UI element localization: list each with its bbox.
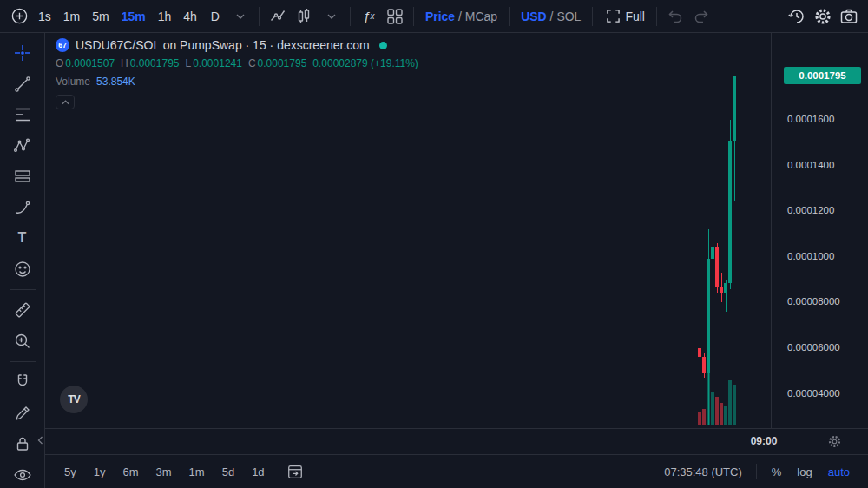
time-tick-label: 09:00 [743,435,785,447]
chart-legend: 67 USDU67C/SOL on PumpSwap · 15 · dexscr… [56,38,418,109]
timezone-clock[interactable]: 07:35:48 (UTC) [659,463,747,481]
price-tick-label: 0.00006000 [787,342,840,353]
range-6m[interactable]: 6m [115,463,145,481]
camera-icon[interactable] [837,4,861,29]
go-to-date-icon[interactable] [284,460,306,483]
fullscreen-button[interactable]: Full [599,4,650,29]
toolbar-divider [10,361,36,362]
line-style-icon[interactable] [266,4,290,29]
price-mcap-toggle[interactable]: Price / MCap [420,4,503,29]
chart-plot[interactable]: 67 USDU67C/SOL on PumpSwap · 15 · dexscr… [45,33,771,428]
sidebar-collapse-handle[interactable] [36,424,44,457]
redo-icon[interactable] [689,4,713,29]
timeframe-1s[interactable]: 1s [33,4,56,29]
brush-icon[interactable] [7,195,38,221]
percent-scale-button[interactable]: % [766,463,788,481]
toolbar-divider [10,289,36,290]
timeframe-1m[interactable]: 1m [58,4,85,29]
open-value: 0.0001507 [65,57,115,69]
fib-lines-icon[interactable] [7,102,38,129]
top-toolbar: 1s 1m 5m 15m 1h 4h D ƒx Price / MCap USD… [0,0,868,33]
xabcd-pattern-icon[interactable] [7,133,38,160]
candle-body [733,76,736,142]
toolbar-divider [656,7,657,26]
price-tick-label: 0.0001600 [787,114,834,124]
zoom-in-icon[interactable] [7,328,38,355]
volume-bar [720,403,723,425]
symbol-title-row[interactable]: 67 USDU67C/SOL on PumpSwap · 15 · dexscr… [56,38,418,52]
price-tick-label: 0.0001200 [787,205,834,215]
position-tool-icon[interactable] [7,163,38,190]
legend-collapse-button[interactable] [56,95,75,109]
timeframe-15m[interactable]: 15m [116,4,151,29]
ohlc-row: O0.0001507 H0.0001795 L0.0001241 C0.0001… [56,57,418,69]
log-scale-button[interactable]: log [791,463,818,481]
add-circle-icon[interactable] [7,4,31,29]
timeframe-1d[interactable]: D [204,4,227,29]
change-value: 0.00002879 (+19.11%) [312,57,418,69]
volume-row: Volume 53.854K [56,76,418,88]
volume-bar [724,406,727,425]
fullscreen-label: Full [625,10,645,23]
range-3m[interactable]: 3m [149,463,179,481]
toolbar-divider [592,7,593,26]
candle-body [728,141,732,283]
high-label: H [121,57,128,69]
low-value: 0.0001241 [193,57,242,69]
edit-lock-icon[interactable] [7,400,38,427]
undo-icon[interactable] [663,4,687,29]
last-price-badge: 0.0001795 [784,67,861,84]
gear-icon[interactable] [811,4,835,29]
candles-style-icon[interactable] [292,4,316,29]
crosshair-icon[interactable] [7,40,38,67]
time-axis-gear-icon[interactable] [827,434,842,449]
layout-grid-icon[interactable] [383,4,407,29]
toolbar-divider [413,7,414,26]
price-mcap-secondary: / MCap [458,10,497,23]
timeframe-4h[interactable]: 4h [178,4,202,29]
usd-sol-toggle[interactable]: USD / SOL [516,4,586,29]
toolbar-divider [350,7,351,26]
time-axis[interactable]: 09:00 [45,428,868,454]
usd-sol-primary: USD [521,10,547,23]
toolbar-divider [259,7,260,26]
trendline-icon[interactable] [7,71,38,98]
price-tick-label: 0.00008000 [787,296,840,307]
eye-icon[interactable] [7,462,38,488]
candle-body [711,247,714,259]
volume-bar [698,412,701,425]
volume-bar [711,392,714,425]
volume-value: 53.854K [96,76,135,88]
indicators-fx-icon[interactable]: ƒx [357,4,381,29]
close-label: C [248,57,256,69]
timeframe-menu-chevron-down-icon[interactable] [228,4,253,29]
price-axis[interactable]: 0.0001795 0.00016000.00014000.00012000.0… [771,33,868,428]
price-tick-label: 0.0001400 [787,160,834,170]
close-value: 0.0001795 [258,57,307,69]
lock-icon[interactable] [7,431,38,458]
timeframe-5m[interactable]: 5m [87,4,114,29]
bottom-toolbar: 5y 1y 6m 3m 1m 5d 1d 07:35:48 (UTC) % lo… [45,454,868,488]
range-1d[interactable]: 1d [245,463,271,481]
range-5d[interactable]: 5d [215,463,241,481]
text-tool-icon[interactable]: T [7,225,38,252]
history-clock-icon[interactable] [785,4,809,29]
candle-body [707,259,710,372]
emoji-icon[interactable] [7,256,38,283]
style-menu-chevron-down-icon[interactable] [319,4,344,29]
ruler-icon[interactable] [7,297,38,324]
token-icon: 67 [56,38,69,52]
candle-body [720,287,723,293]
volume-bar [715,397,719,425]
magnet-icon[interactable] [7,369,38,396]
chart-container: 67 USDU67C/SOL on PumpSwap · 15 · dexscr… [45,33,868,488]
range-1m[interactable]: 1m [182,463,212,481]
price-tick-label: 0.0001000 [787,251,834,261]
main-area: T 67 [0,33,868,488]
auto-scale-button[interactable]: auto [822,463,856,481]
range-1y[interactable]: 1y [87,463,113,481]
volume-label: Volume [56,76,90,88]
range-5y[interactable]: 5y [57,463,83,481]
low-label: L [185,57,191,69]
timeframe-1h[interactable]: 1h [153,4,177,29]
